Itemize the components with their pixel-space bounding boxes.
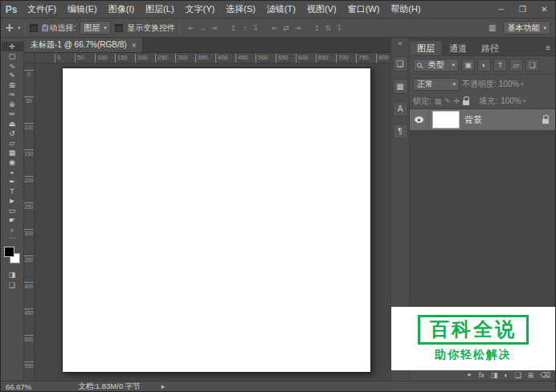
tab-close-icon[interactable]: × bbox=[132, 41, 137, 50]
panel-menu-icon[interactable]: ≡ bbox=[541, 41, 555, 55]
quick-mask-button[interactable]: ◨ bbox=[2, 269, 23, 280]
menu-window[interactable]: 窗口(W) bbox=[342, 1, 386, 18]
tab-layers[interactable]: 图层 bbox=[410, 41, 442, 55]
foreground-color-swatch[interactable] bbox=[4, 247, 14, 257]
horizontal-ruler[interactable]: 0 50 100 150 200 250 300 350 400 450 500… bbox=[35, 53, 390, 63]
shape-filter-icon[interactable]: ▱ bbox=[509, 59, 523, 71]
blend-mode-dropdown[interactable]: 正常 bbox=[413, 78, 460, 91]
menu-help[interactable]: 帮助(H) bbox=[385, 1, 426, 18]
type-filter-icon[interactable]: T bbox=[493, 59, 507, 71]
layer-group-icon[interactable]: ❑ bbox=[515, 372, 521, 379]
separator bbox=[25, 22, 26, 35]
align-bottom-icon[interactable]: ↧ bbox=[251, 22, 261, 34]
distribute-right-icon[interactable]: ⇥ bbox=[292, 22, 303, 34]
ruler-tick: 350 bbox=[24, 255, 34, 263]
layer-effects-icon[interactable]: fx bbox=[479, 372, 484, 379]
adjustment-filter-icon[interactable]: ◐ bbox=[477, 59, 491, 71]
minimize-button[interactable]: ─ bbox=[490, 1, 512, 18]
right-panel-column: « ❏ ▦ A ¶ 图层 通道 路径 ≡ 类型 ▣ ◐ T ▱ ❏ 正常 bbox=[390, 38, 555, 381]
menu-file[interactable]: 文件(F) bbox=[22, 1, 62, 18]
align-center-horizontal-icon[interactable]: ↔ bbox=[198, 22, 208, 34]
eyedropper-tool[interactable]: ✑ bbox=[2, 90, 23, 100]
character-panel-icon[interactable]: A bbox=[393, 101, 408, 116]
new-layer-icon[interactable]: ⊞ bbox=[528, 372, 534, 379]
watermark-title: 百科全说 bbox=[418, 315, 529, 345]
history-panel-icon[interactable]: ❏ bbox=[393, 56, 408, 71]
smart-object-filter-icon[interactable]: ❏ bbox=[525, 59, 539, 71]
auto-select-label: 自动选择: bbox=[42, 22, 76, 34]
edit-toolbar-icon[interactable]: ⋯ bbox=[9, 235, 16, 243]
swatches-panel-icon[interactable]: ▦ bbox=[393, 79, 408, 94]
vertical-ruler[interactable]: 0 50 100 150 200 250 300 350 400 450 500… bbox=[24, 63, 35, 381]
dodge-tool[interactable]: ◒ bbox=[2, 167, 23, 177]
menu-view[interactable]: 视图(V) bbox=[301, 1, 342, 18]
distribute-center-horizontal-icon[interactable]: ⇄ bbox=[281, 22, 292, 34]
tab-channels[interactable]: 通道 bbox=[442, 41, 474, 55]
distribute-left-icon[interactable]: ⇤ bbox=[270, 22, 280, 34]
tool-preset-caret-icon[interactable]: ▾ bbox=[18, 25, 21, 31]
distribute-bottom-icon[interactable]: ↧ bbox=[334, 22, 345, 34]
path-selection-tool[interactable]: ► bbox=[2, 196, 23, 206]
spot-healing-brush-tool[interactable]: ⊕ bbox=[2, 100, 23, 109]
lock-transparency-icon[interactable]: ▨ bbox=[435, 97, 442, 105]
align-right-icon[interactable]: ⇥ bbox=[209, 22, 219, 34]
align-left-icon[interactable]: ⇤ bbox=[186, 22, 197, 34]
type-tool[interactable]: T bbox=[2, 186, 23, 196]
rectangular-marquee-tool[interactable]: ▢ bbox=[2, 51, 23, 61]
lock-position-icon[interactable]: ✛ bbox=[454, 97, 460, 105]
lock-all-icon[interactable] bbox=[463, 100, 469, 105]
expand-panels-icon[interactable]: « bbox=[398, 39, 402, 49]
canvas[interactable] bbox=[62, 67, 371, 373]
quick-selection-tool[interactable]: ✎ bbox=[2, 71, 23, 80]
lock-pixels-icon[interactable]: ✎ bbox=[444, 97, 451, 105]
visibility-cell[interactable] bbox=[410, 109, 429, 130]
auto-select-checkbox[interactable] bbox=[30, 24, 38, 32]
link-layers-icon[interactable]: ⚭ bbox=[466, 372, 472, 379]
auto-select-dropdown[interactable]: 图层 bbox=[80, 21, 111, 35]
maximize-button[interactable]: ❐ bbox=[512, 1, 534, 18]
menu-image[interactable]: 图像(I) bbox=[103, 1, 140, 18]
close-button[interactable]: ✕ bbox=[534, 1, 555, 18]
crop-tool[interactable]: ⊞ bbox=[2, 80, 23, 90]
eraser-tool[interactable]: ▱ bbox=[2, 138, 23, 148]
show-transform-checkbox[interactable] bbox=[115, 24, 123, 32]
workspace-dropdown[interactable]: 基本功能 bbox=[503, 21, 550, 35]
delete-layer-icon[interactable]: ⌫ bbox=[540, 372, 550, 379]
ruler-tick: 400 bbox=[24, 282, 34, 289]
distribute-top-icon[interactable]: ↥ bbox=[312, 22, 322, 34]
menu-layer[interactable]: 图层(L) bbox=[140, 1, 179, 18]
rectangle-tool[interactable]: ▭ bbox=[2, 206, 23, 215]
brush-tool[interactable]: ✏ bbox=[2, 109, 23, 119]
menu-edit[interactable]: 编辑(E) bbox=[62, 1, 103, 18]
blur-tool[interactable]: ◉ bbox=[2, 157, 23, 167]
zoom-level-field[interactable]: 66.67% bbox=[1, 382, 36, 391]
distribute-middle-icon[interactable]: ⇅ bbox=[323, 22, 333, 34]
opacity-value[interactable]: 100% bbox=[499, 80, 524, 88]
status-chevron-icon[interactable]: ▸ bbox=[161, 382, 166, 390]
hand-tool[interactable]: ☛ bbox=[2, 215, 23, 225]
layer-row-background[interactable]: 背景 bbox=[410, 109, 555, 130]
adjustment-layer-icon[interactable]: ◐ bbox=[504, 372, 508, 379]
menu-select[interactable]: 选择(S) bbox=[220, 1, 261, 18]
paragraph-panel-icon[interactable]: ¶ bbox=[393, 124, 408, 139]
clone-stamp-tool[interactable]: ⏏ bbox=[2, 119, 23, 129]
screen-mode-button[interactable]: ❏ bbox=[2, 280, 23, 290]
layer-thumbnail[interactable] bbox=[432, 111, 460, 129]
pen-tool[interactable]: ✒ bbox=[2, 177, 23, 186]
history-brush-tool[interactable]: ↺ bbox=[2, 129, 23, 138]
lasso-tool[interactable]: ∿ bbox=[2, 61, 23, 71]
menu-filter[interactable]: 滤镜(T) bbox=[261, 1, 301, 18]
filter-type-dropdown[interactable]: 类型 bbox=[413, 59, 459, 71]
pixel-filter-icon[interactable]: ▣ bbox=[461, 59, 475, 71]
menu-type[interactable]: 文字(Y) bbox=[180, 1, 221, 18]
align-top-icon[interactable]: ↥ bbox=[228, 22, 239, 34]
gradient-tool[interactable]: ▦ bbox=[2, 148, 23, 157]
tab-paths[interactable]: 路径 bbox=[474, 41, 506, 55]
move-tool[interactable]: ✛ bbox=[2, 42, 23, 51]
layer-mask-icon[interactable]: ◨ bbox=[491, 372, 498, 379]
ruler-tick: 350 bbox=[195, 54, 208, 63]
panel-toggle-icon[interactable]: ▥ bbox=[489, 23, 496, 32]
fill-value[interactable]: 100% bbox=[501, 96, 525, 105]
align-middle-icon[interactable]: ↕ bbox=[239, 22, 250, 34]
document-tab[interactable]: 未标题-1 @ 66.7%(RGB/8) × bbox=[24, 38, 143, 52]
